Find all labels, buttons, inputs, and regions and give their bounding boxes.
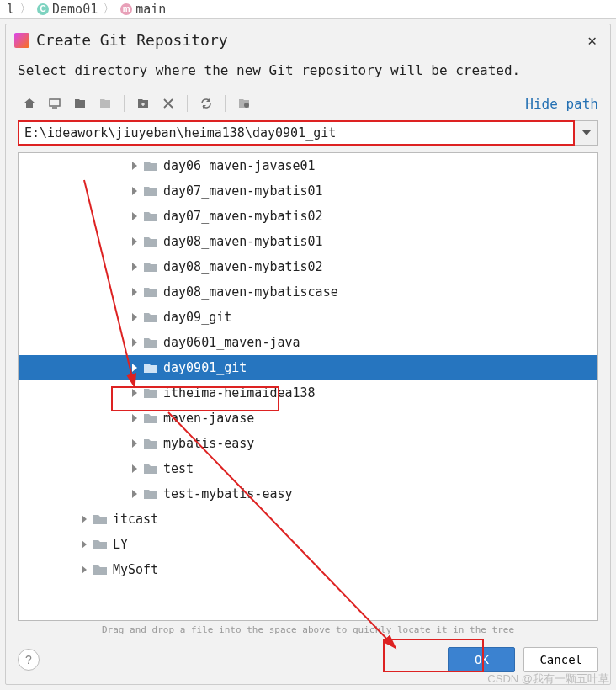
chevron-right-icon[interactable] bbox=[128, 439, 141, 448]
tree-row[interactable]: day0901_git bbox=[19, 355, 597, 380]
tree-row[interactable]: test-mybatis-easy bbox=[19, 481, 597, 507]
svg-point-1 bbox=[244, 103, 249, 108]
tree-row[interactable]: test bbox=[19, 456, 597, 481]
chevron-right-icon[interactable] bbox=[128, 288, 141, 296]
help-button[interactable]: ? bbox=[18, 649, 40, 671]
tree-item-label: day0601_maven-java bbox=[163, 335, 300, 350]
chevron-right-icon[interactable] bbox=[128, 263, 141, 271]
chevron-right-icon[interactable] bbox=[128, 313, 141, 321]
class-icon: C bbox=[37, 3, 49, 15]
home-icon[interactable] bbox=[18, 93, 41, 114]
watermark: CSDN @我有一颗五叶草 bbox=[487, 671, 609, 687]
tree-item-label: maven-javase bbox=[163, 411, 254, 426]
tree-item-label: day07_maven-mybatis01 bbox=[163, 183, 323, 199]
intellij-icon bbox=[14, 33, 29, 48]
chevron-right-icon[interactable] bbox=[128, 414, 141, 422]
delete-icon[interactable] bbox=[157, 93, 180, 114]
breadcrumb-label: main bbox=[135, 2, 166, 17]
tree-item-label: day09_git bbox=[163, 310, 231, 325]
path-input[interactable] bbox=[18, 120, 575, 146]
hide-path-link[interactable]: Hide path bbox=[525, 96, 598, 112]
tree-row[interactable]: MySoft bbox=[19, 557, 597, 582]
breadcrumb-item-l[interactable]: l bbox=[3, 2, 18, 17]
tree-item-label: day08_maven-mybatis02 bbox=[163, 259, 323, 274]
project-icon[interactable] bbox=[68, 93, 92, 114]
dialog-subtitle: Select directory where the new Git repos… bbox=[6, 56, 610, 90]
tree-item-label: test bbox=[163, 461, 194, 476]
chevron-right-icon[interactable] bbox=[128, 187, 141, 195]
tree-item-label: day07_maven-mybatis02 bbox=[163, 209, 323, 224]
separator bbox=[187, 95, 188, 112]
tree-item-label: LY bbox=[113, 537, 128, 552]
chevron-right-icon[interactable] bbox=[128, 237, 141, 246]
chevron-right-icon: 〉 bbox=[19, 1, 32, 17]
module-icon bbox=[93, 93, 117, 114]
chevron-right-icon[interactable] bbox=[77, 540, 91, 549]
chevron-right-icon[interactable] bbox=[128, 338, 141, 347]
chevron-right-icon[interactable] bbox=[128, 389, 141, 397]
tree-item-label: itcast bbox=[113, 512, 158, 527]
new-folder-icon[interactable] bbox=[131, 93, 155, 114]
tree-row[interactable]: day06_maven-javase01 bbox=[19, 153, 597, 178]
chevron-right-icon[interactable] bbox=[128, 364, 141, 372]
directory-tree[interactable]: day06_maven-javase01day07_maven-mybatis0… bbox=[18, 152, 598, 621]
tree-row[interactable]: day08_maven-mybatiscase bbox=[19, 279, 597, 305]
tree-row[interactable]: maven-javase bbox=[19, 406, 597, 431]
breadcrumb-label: Demo01 bbox=[52, 2, 98, 17]
chevron-right-icon[interactable] bbox=[128, 490, 141, 498]
separator bbox=[225, 95, 226, 112]
tree-item-label: day06_maven-javase01 bbox=[163, 158, 316, 173]
chevron-right-icon[interactable] bbox=[77, 565, 91, 574]
close-button[interactable]: ✕ bbox=[582, 29, 602, 50]
dialog-create-git-repo: Create Git Repository ✕ Select directory… bbox=[5, 24, 611, 685]
tree-row[interactable]: day07_maven-mybatis02 bbox=[19, 204, 597, 229]
tree-row[interactable]: day08_maven-mybatis01 bbox=[19, 229, 597, 254]
chevron-right-icon[interactable] bbox=[128, 212, 141, 220]
tree-row[interactable]: day0601_maven-java bbox=[19, 330, 597, 355]
tree-item-label: day08_maven-mybatis01 bbox=[163, 234, 323, 249]
show-hidden-icon[interactable] bbox=[232, 93, 256, 114]
refresh-icon[interactable] bbox=[194, 93, 218, 114]
tree-row[interactable]: itcast bbox=[19, 507, 597, 532]
tree-item-label: test-mybatis-easy bbox=[163, 486, 293, 502]
ok-button[interactable]: OK bbox=[448, 647, 515, 672]
tree-item-label: day0901_git bbox=[163, 360, 247, 375]
chevron-right-icon[interactable] bbox=[128, 162, 141, 170]
tree-item-label: day08_maven-mybatiscase bbox=[163, 284, 338, 300]
tree-hint: Drag and drop a file into the space abov… bbox=[6, 623, 610, 640]
cancel-button[interactable]: Cancel bbox=[523, 647, 598, 672]
tree-item-label: mybatis-easy bbox=[163, 436, 254, 451]
path-dropdown-button[interactable] bbox=[575, 120, 598, 146]
tree-item-label: itheima-heimaidea138 bbox=[163, 385, 316, 401]
method-icon: m bbox=[120, 3, 132, 15]
tree-row[interactable]: day09_git bbox=[19, 305, 597, 330]
tree-row[interactable]: day07_maven-mybatis01 bbox=[19, 178, 597, 204]
tree-item-label: MySoft bbox=[113, 562, 158, 577]
desktop-icon[interactable] bbox=[43, 93, 66, 114]
chevron-right-icon: 〉 bbox=[103, 1, 115, 17]
tree-row[interactable]: itheima-heimaidea138 bbox=[19, 380, 597, 406]
tree-row[interactable]: LY bbox=[19, 532, 597, 557]
titlebar: Create Git Repository ✕ bbox=[6, 24, 610, 56]
dialog-title: Create Git Repository bbox=[36, 31, 228, 49]
breadcrumb-item-main[interactable]: m main bbox=[117, 2, 169, 17]
chevron-right-icon[interactable] bbox=[77, 515, 91, 523]
toolbar: Hide path bbox=[6, 90, 610, 117]
breadcrumb-item-demo01[interactable]: C Demo01 bbox=[34, 2, 101, 17]
tree-row[interactable]: day08_maven-mybatis02 bbox=[19, 254, 597, 279]
chevron-right-icon[interactable] bbox=[128, 464, 141, 473]
breadcrumb: l 〉 C Demo01 〉 m main bbox=[0, 0, 616, 19]
separator bbox=[124, 95, 125, 112]
svg-rect-0 bbox=[50, 99, 60, 106]
tree-row[interactable]: mybatis-easy bbox=[19, 431, 597, 456]
